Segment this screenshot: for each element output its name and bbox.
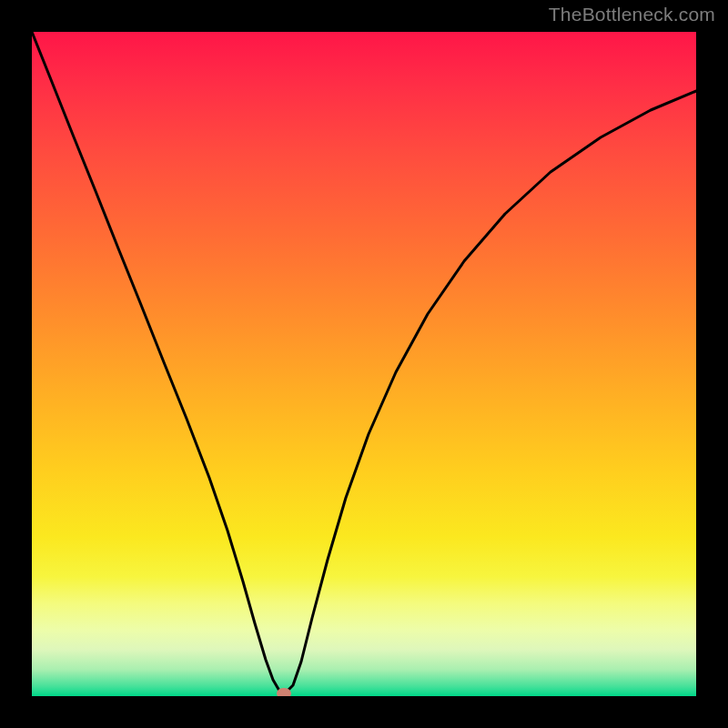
minimum-marker	[277, 688, 291, 696]
watermark-text: TheBottleneck.com	[549, 4, 715, 25]
curve-svg	[32, 32, 696, 696]
chart-frame: TheBottleneck.com	[0, 0, 728, 728]
plot-area	[32, 32, 696, 696]
bottleneck-curve	[32, 32, 696, 693]
